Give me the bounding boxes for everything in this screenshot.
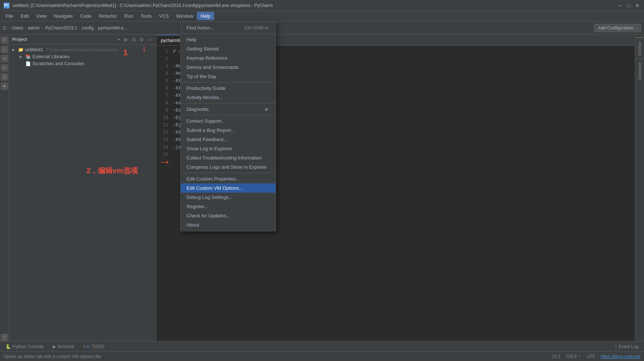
menu-edit[interactable]: Edit	[17, 12, 32, 20]
menu-contact-support[interactable]: Contact Support...	[181, 116, 276, 126]
title-bar: PC untitled1 [C:\Users\admin\PycharmProj…	[0, 0, 644, 11]
check-updates-label: Check for Updates...	[187, 213, 230, 218]
tree-path-untitled: C:\Users\admin\PycharmProjects\untitle..…	[46, 48, 121, 52]
left-icon-1[interactable]: P	[1, 36, 8, 44]
close-button[interactable]: ✕	[634, 3, 640, 8]
database-tab[interactable]: Database	[636, 59, 643, 83]
menu-window[interactable]: Window	[173, 12, 197, 20]
menu-find-action[interactable]: Find Action... Ctrl+Shift+A	[181, 23, 276, 32]
tree-item-external-libs[interactable]: ▶ 📚 External Libraries	[9, 53, 156, 60]
menu-tools[interactable]: Tools	[137, 12, 155, 20]
menu-check-updates[interactable]: Check for Updates...	[181, 211, 276, 220]
status-message: Opens an editor tab with a custom VM opt…	[4, 354, 101, 359]
tree-item-untitled1[interactable]: ▶ 📁 untitled1 C:\Users\admin\PycharmProj…	[9, 46, 156, 53]
menu-edit-custom-vm[interactable]: Edit Custom VM Options...	[181, 183, 276, 193]
sidebar-collapse-btn[interactable]: ⊟	[130, 36, 137, 43]
window-controls: ─ □ ✕	[617, 3, 640, 8]
left-icon-6[interactable]: ★	[1, 83, 8, 90]
left-icon-3[interactable]: ≡	[1, 55, 8, 62]
menu-code[interactable]: Code	[77, 12, 95, 20]
left-icon-5[interactable]: 2	[1, 73, 8, 81]
dropdown-container: Find Action... Ctrl+Shift+A Help Getting…	[180, 21, 276, 231]
menu-diagnostic[interactable]: Diagnostic ▶	[181, 105, 276, 114]
menu-submit-bug[interactable]: Submit a Bug Report...	[181, 126, 276, 135]
tip-label: Tip of the Day	[187, 74, 216, 79]
menu-register[interactable]: Register...	[181, 202, 276, 211]
breadcrumb-file: pycharm64.e...	[98, 25, 127, 31]
terminal-tab[interactable]: ▶ Terminal	[49, 343, 78, 350]
minimize-button[interactable]: ─	[617, 3, 623, 8]
right-panel: SciView Database	[635, 35, 644, 341]
terminal-label: Terminal	[57, 344, 74, 349]
diagnostic-submenu-arrow: ▶	[265, 107, 268, 112]
event-log-badge: 1	[615, 344, 617, 349]
breadcrumb: C: › Users › admin › .PyCharm2019.1 › co…	[3, 25, 127, 31]
menu-show-log[interactable]: Show Log in Explorer	[181, 144, 276, 153]
menu-run[interactable]: Run	[121, 12, 137, 20]
menu-keymap-reference[interactable]: Keymap Reference	[181, 53, 276, 63]
sidebar-settings-btn[interactable]: ⚙	[138, 36, 145, 43]
python-console-label: Python Console	[13, 344, 44, 349]
left-icon-4[interactable]: F	[1, 64, 8, 71]
getting-started-label: Getting Started	[187, 46, 219, 52]
menu-help[interactable]: Help	[197, 12, 214, 20]
separator-1	[181, 34, 276, 34]
app-icon: PC	[4, 3, 10, 8]
menu-tip[interactable]: Tip of the Day	[181, 72, 276, 81]
todo-tab[interactable]: ≡ 6: TODO	[79, 343, 108, 350]
menu-productivity-guide[interactable]: Productivity Guide	[181, 84, 276, 93]
left-icon-7[interactable]: 7	[1, 334, 8, 341]
event-log-tab[interactable]: 1 Event Log	[611, 343, 642, 350]
menu-vcs[interactable]: VCS	[155, 12, 173, 20]
scratch-icon: 📄	[25, 61, 31, 66]
project-sidebar: Project ▾ ⊕ ⊟ ⚙ — ▶ 📁 untitled1 C:\Users…	[9, 35, 156, 341]
left-icon-2[interactable]: ▷	[1, 46, 8, 53]
debug-log-label: Debug Log Settings...	[187, 194, 233, 200]
menu-file[interactable]: File	[2, 12, 17, 20]
separator-4	[181, 115, 276, 115]
sidebar-locate-btn[interactable]: ⊕	[122, 36, 129, 43]
menu-submit-feedback[interactable]: Submit Feedback...	[181, 135, 276, 144]
breadcrumb-users: Users	[12, 25, 23, 31]
tree-item-scratches[interactable]: ▶ 📄 Scratches and Consoles	[9, 60, 156, 67]
compress-logs-label: Compress Logs and Show in Explorer	[187, 164, 267, 170]
terminal-icon: ▶	[53, 344, 56, 349]
collect-troubleshooting-label: Collect Troubleshooting Information	[187, 155, 262, 161]
window-title: untitled1 [C:\Users\admin\PycharmProject…	[13, 3, 273, 8]
folder-icon: 📁	[18, 47, 24, 52]
menu-demos[interactable]: Demos and Screencasts	[181, 63, 276, 72]
tree-label-scratches: Scratches and Consoles	[32, 61, 84, 66]
menu-activity-monitor[interactable]: Activity Monitor...	[181, 93, 276, 102]
separator-3	[181, 103, 276, 104]
menu-view[interactable]: View	[32, 12, 50, 20]
menu-help-item[interactable]: Help	[181, 35, 276, 44]
todo-icon: ≡	[83, 344, 85, 349]
menu-debug-log[interactable]: Debug Log Settings...	[181, 193, 276, 202]
diagnostic-label: Diagnostic	[187, 106, 209, 112]
left-icon-panel: P ▷ ≡ F 2 ★ 7	[0, 35, 9, 341]
sidebar-toolbar: ⊕ ⊟ ⚙ —	[122, 36, 153, 43]
main-layout: P ▷ ≡ F 2 ★ 7 Project ▾ ⊕ ⊟ ⚙ — ▶ 📁 unti…	[0, 35, 644, 341]
event-log-label: Event Log	[619, 344, 638, 349]
menu-edit-custom-props[interactable]: Edit Custom Properties...	[181, 174, 276, 183]
sciview-tab[interactable]: SciView	[636, 38, 643, 59]
step2-arrow: →	[158, 154, 171, 169]
menu-getting-started[interactable]: Getting Started	[181, 44, 276, 53]
menu-about[interactable]: About	[181, 220, 276, 229]
breadcrumb-drive: C:	[3, 25, 7, 31]
python-console-tab[interactable]: 🐍 Python Console	[2, 343, 47, 350]
sidebar-header: Project ▾ ⊕ ⊟ ⚙ —	[9, 35, 156, 45]
add-configuration-button[interactable]: Add Configuration...	[594, 24, 641, 32]
help-dropdown-menu: Find Action... Ctrl+Shift+A Help Getting…	[180, 21, 276, 231]
menu-refactor[interactable]: Refactor	[95, 12, 121, 20]
menu-compress-logs[interactable]: Compress Logs and Show in Explorer	[181, 162, 276, 172]
sidebar-close-btn[interactable]: —	[146, 36, 153, 43]
external-link[interactable]: https://blog.csdn.net	[601, 354, 640, 359]
menu-collect-troubleshooting[interactable]: Collect Troubleshooting Information	[181, 153, 276, 162]
demos-label: Demos and Screencasts	[187, 64, 239, 70]
library-icon: 📚	[25, 54, 31, 59]
todo-number: 6:	[87, 344, 90, 349]
maximize-button[interactable]: □	[626, 3, 631, 8]
step1-arrow: ↓	[142, 42, 147, 54]
menu-navigate[interactable]: Navigate	[50, 12, 76, 20]
